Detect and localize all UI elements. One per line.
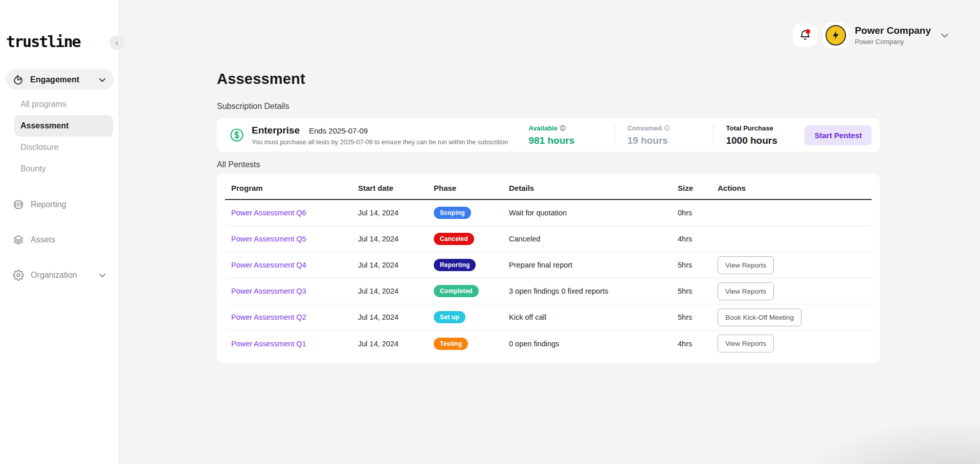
account-menu[interactable]: Power Company Power Company bbox=[855, 25, 931, 46]
sidebar-item-all-programs[interactable]: All programs bbox=[14, 94, 113, 115]
size-cell: 4hrs bbox=[678, 235, 718, 243]
stat-label: Available bbox=[528, 124, 558, 132]
start-date-cell: Jul 14, 2024 bbox=[358, 340, 434, 348]
plan-info: Enterprise Ends 2025-07-09 You must purc… bbox=[229, 125, 508, 146]
sidebar-item-assessment[interactable]: Assessment bbox=[14, 115, 113, 137]
gear-icon bbox=[13, 270, 24, 281]
size-cell: 5hrs bbox=[678, 261, 718, 269]
stat-total-purchase: Total Purchase 1000 hours bbox=[726, 124, 803, 146]
topbar: Power Company Power Company bbox=[793, 23, 949, 48]
row-action-button[interactable]: View Reports bbox=[718, 335, 774, 352]
column-header-program: Program bbox=[231, 184, 358, 192]
start-date-cell: Jul 14, 2024 bbox=[358, 313, 434, 321]
chevron-down-icon[interactable] bbox=[940, 31, 949, 40]
company-avatar[interactable] bbox=[823, 23, 849, 48]
sidebar-item-label: Reporting bbox=[31, 200, 106, 209]
sidebar-item-assets[interactable]: Assets bbox=[6, 229, 114, 250]
corner-shadow bbox=[765, 387, 980, 464]
layers-icon bbox=[13, 234, 24, 246]
plan-name: Enterprise bbox=[252, 125, 300, 136]
column-header-actions: Actions bbox=[718, 184, 872, 192]
start-pentest-button[interactable]: Start Pentest bbox=[805, 125, 872, 145]
program-link[interactable]: Power Assessment Q6 bbox=[231, 209, 306, 217]
sidebar-nav: Engagement All programs Assessment Discl… bbox=[0, 69, 119, 285]
size-cell: 4hrs bbox=[678, 340, 718, 348]
stat-label: Total Purchase bbox=[726, 124, 773, 132]
notifications-button[interactable] bbox=[793, 24, 817, 47]
plan-ends: Ends 2025-07-09 bbox=[309, 126, 368, 135]
column-header-start-date: Start date bbox=[358, 184, 434, 192]
row-action-button[interactable]: View Reports bbox=[718, 282, 774, 300]
table-row: Power Assessment Q2 Jul 14, 2024 Set up … bbox=[225, 304, 872, 330]
sidebar-item-label: Organization bbox=[31, 271, 98, 280]
pentests-table: Program Start date Phase Details Size Ac… bbox=[217, 173, 880, 363]
details-cell: Wait for quotation bbox=[509, 209, 678, 217]
report-icon bbox=[13, 199, 24, 210]
size-cell: 5hrs bbox=[678, 313, 718, 321]
table-row: Power Assessment Q1 Jul 14, 2024 Testing… bbox=[225, 330, 872, 357]
start-date-cell: Jul 14, 2024 bbox=[358, 261, 434, 269]
row-action-button[interactable]: View Reports bbox=[718, 256, 774, 274]
phase-badge: Set up bbox=[434, 311, 465, 323]
phase-badge: Reporting bbox=[434, 259, 476, 271]
column-header-phase: Phase bbox=[434, 184, 509, 192]
subscription-stats: Available 981 hours Consumed 19 hours To… bbox=[528, 124, 872, 146]
program-link[interactable]: Power Assessment Q2 bbox=[231, 313, 306, 321]
details-cell: 0 open findings bbox=[509, 340, 678, 348]
column-header-size: Size bbox=[678, 184, 718, 192]
row-action-button[interactable]: Book Kick-Off Meeting bbox=[718, 308, 801, 326]
page-title: Assessment bbox=[217, 71, 880, 87]
sidebar-item-label: Engagement bbox=[30, 75, 98, 84]
phase-badge: Testing bbox=[434, 338, 468, 350]
info-icon bbox=[560, 125, 566, 131]
sidebar-item-reporting[interactable]: Reporting bbox=[6, 194, 114, 215]
phase-badge: Canceled bbox=[434, 233, 474, 245]
brand-logo: trustline bbox=[6, 33, 80, 51]
sidebar-item-bounty[interactable]: Bounty bbox=[14, 158, 113, 180]
table-header: Program Start date Phase Details Size Ac… bbox=[225, 176, 872, 200]
sidebar: trustline Engagement All programs Assess… bbox=[0, 0, 119, 464]
plan-note: You must purchase all tests by 2025-07-0… bbox=[252, 139, 508, 146]
stat-value: 1000 hours bbox=[726, 135, 803, 146]
details-cell: 3 open findings 0 fixed reports bbox=[509, 287, 678, 295]
subscription-card: Enterprise Ends 2025-07-09 You must purc… bbox=[217, 118, 880, 152]
table-row: Power Assessment Q4 Jul 14, 2024 Reporti… bbox=[225, 252, 872, 278]
chevron-down-icon bbox=[98, 271, 106, 279]
sidebar-collapse-button[interactable]: ‹ bbox=[109, 35, 124, 50]
start-date-cell: Jul 14, 2024 bbox=[358, 209, 434, 217]
flame-icon bbox=[13, 74, 24, 85]
sidebar-item-label: Assets bbox=[31, 235, 106, 245]
stat-value: 19 hours bbox=[627, 135, 713, 146]
program-link[interactable]: Power Assessment Q5 bbox=[231, 235, 306, 243]
table-body: Power Assessment Q6 Jul 14, 2024 Scoping… bbox=[225, 200, 872, 357]
pentests-heading: All Pentests bbox=[217, 160, 880, 169]
program-link[interactable]: Power Assessment Q4 bbox=[231, 261, 306, 269]
column-header-details: Details bbox=[509, 184, 678, 192]
sidebar-item-organization[interactable]: Organization bbox=[6, 264, 114, 285]
details-cell: Canceled bbox=[509, 235, 678, 243]
table-row: Power Assessment Q6 Jul 14, 2024 Scoping… bbox=[225, 200, 872, 226]
chevron-down-icon bbox=[98, 76, 106, 84]
stat-consumed: Consumed 19 hours bbox=[627, 124, 713, 146]
subscription-heading: Subscription Details bbox=[217, 102, 880, 111]
size-cell: 0hrs bbox=[678, 209, 718, 217]
phase-badge: Scoping bbox=[434, 207, 471, 219]
avatar-circle bbox=[826, 25, 846, 46]
divider bbox=[614, 124, 615, 146]
program-link[interactable]: Power Assessment Q1 bbox=[231, 340, 306, 348]
start-date-cell: Jul 14, 2024 bbox=[358, 235, 434, 243]
sidebar-item-disclosure[interactable]: Disclosure bbox=[14, 137, 113, 158]
start-date-cell: Jul 14, 2024 bbox=[358, 287, 434, 295]
details-cell: Prepare final report bbox=[509, 261, 678, 269]
stat-available: Available 981 hours bbox=[528, 124, 614, 146]
info-icon bbox=[664, 125, 670, 131]
divider bbox=[713, 124, 714, 146]
lightning-bolt-icon bbox=[831, 30, 841, 40]
sidebar-item-engagement[interactable]: Engagement bbox=[6, 69, 114, 90]
size-cell: 5hrs bbox=[678, 287, 718, 295]
program-link[interactable]: Power Assessment Q3 bbox=[231, 287, 306, 295]
engagement-subnav: All programs Assessment Disclosure Bount… bbox=[0, 94, 119, 180]
stat-value: 981 hours bbox=[528, 135, 614, 146]
details-cell: Kick off call bbox=[509, 313, 678, 321]
stat-label: Consumed bbox=[627, 124, 661, 132]
